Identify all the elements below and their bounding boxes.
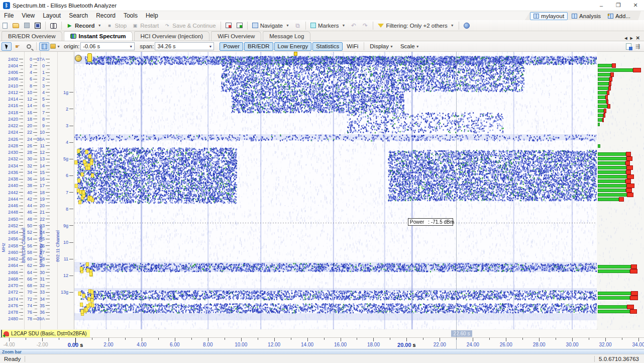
axis-tick (47, 296, 50, 296)
web-button[interactable] (461, 22, 472, 30)
time-tick (638, 338, 639, 341)
axis-tick (21, 276, 23, 276)
tab-scroll-left-icon[interactable]: ◂ (625, 35, 627, 41)
scale-menu-button[interactable]: Scale ▼ (397, 42, 422, 51)
axis-caption-wifi: 802.11 Channel (55, 230, 60, 262)
axis-tick (46, 72, 50, 73)
axis-tick (21, 135, 23, 136)
span-dropdown-icon: ▼ (207, 43, 213, 50)
tab-wifi-overview[interactable]: WiFi Overview (211, 31, 261, 41)
grid-view-1-button[interactable] (223, 22, 234, 29)
save-button[interactable] (22, 22, 32, 29)
axis-tick (47, 289, 50, 289)
fill-style-button[interactable]: ▼ (50, 42, 60, 51)
navigate-button[interactable]: Navigate ▼ (250, 22, 292, 30)
time-label: 12.00 (268, 342, 280, 347)
pan-tool-button[interactable]: ☛ (13, 42, 23, 51)
axis-tick (47, 309, 50, 309)
flag-marker-icon[interactable] (294, 52, 297, 56)
spectrum-canvas[interactable] (74, 52, 597, 329)
axis-tick (46, 99, 50, 100)
axis-tick (69, 126, 73, 126)
axis-tick (46, 206, 50, 206)
le-channel-label: 7 (28, 110, 45, 115)
filtering-button[interactable]: Filtering: Only +2 others ▼ (375, 22, 456, 30)
menu-layout[interactable]: Layout (39, 12, 65, 20)
select-tool-button[interactable] (2, 42, 12, 51)
antenna-icon[interactable]: ⇶ (635, 43, 640, 50)
axis-tick (46, 112, 50, 113)
axis-tick (46, 92, 50, 93)
save-icon (24, 23, 30, 28)
zoom-tool-button[interactable] (24, 42, 34, 51)
prev-marker-button[interactable]: ↶ (348, 21, 359, 30)
axis-tick (46, 239, 50, 239)
time-label: 24.00 (467, 342, 479, 347)
axis-tick (35, 142, 37, 143)
menu-help[interactable]: Help (142, 12, 162, 20)
selected-event-label[interactable]: L2CAP SDU (Basic, Dst=0x2BFA) (1, 330, 90, 337)
layout-tab-analysis[interactable]: Analysis (569, 13, 604, 20)
menu-record[interactable]: Record (92, 12, 120, 20)
axis-tick (21, 302, 23, 303)
record-button[interactable]: ▶ Record ▼ (64, 21, 104, 30)
markers-button[interactable]: Markers ▼ (308, 22, 348, 30)
menu-view[interactable]: View (18, 12, 39, 20)
tab-message-log[interactable]: Message Log (263, 31, 310, 41)
toggle-wifi[interactable]: WiFi (344, 42, 361, 51)
toggle-low-energy[interactable]: Low Energy (274, 42, 312, 51)
axis-tick (47, 182, 50, 183)
toggle-br-edr[interactable]: BR/EDR (244, 42, 273, 51)
goto-button[interactable]: ⧉ (292, 21, 303, 30)
menu-tools[interactable]: Tools (120, 12, 142, 20)
tab-instant-spectrum[interactable]: Instant Spectrum (64, 31, 133, 41)
minimize-button[interactable]: – (593, 1, 610, 11)
export-icon[interactable] (626, 43, 631, 50)
axis-tick (46, 139, 50, 139)
tab-hci-overview-injection-[interactable]: HCI Overview (Injection) (134, 31, 210, 41)
axis-tick (46, 126, 50, 126)
spectrum-plot[interactable]: Power : -71.5 dBm (74, 52, 597, 329)
axis-tick (46, 119, 50, 119)
axis-tick (35, 155, 37, 156)
menu-file[interactable]: File (0, 12, 18, 20)
save-continue-button[interactable]: ↷ Save & Continue (161, 21, 218, 30)
find-button[interactable] (48, 22, 59, 29)
toggle-power[interactable]: Power (220, 42, 243, 51)
tab-close-icon[interactable]: ✕ (636, 35, 640, 41)
columns-view-button[interactable] (39, 42, 49, 51)
layout-tab-add[interactable]: ✦Add... (605, 13, 633, 20)
close-button[interactable]: ✕ (627, 1, 644, 11)
open-file-button[interactable] (10, 22, 22, 29)
axis-tick (47, 89, 50, 89)
restore-button[interactable]: ❐ (610, 1, 627, 11)
axis-tick (46, 299, 50, 299)
tab-br-edr-overview[interactable]: BR/EDR Overview (2, 31, 62, 41)
power-tooltip: Power : -71.5 dBm (408, 218, 453, 226)
axis-tick (46, 85, 50, 86)
menu-search[interactable]: Search (65, 12, 92, 20)
status-version: 5.0.6710.36763 (599, 356, 644, 362)
axis-tick (46, 65, 50, 66)
layout-tab-mylayout[interactable]: mylayout (530, 12, 568, 20)
grid-view-2-button[interactable] (234, 22, 245, 29)
tab-scroll-right-icon[interactable]: ▸ (630, 35, 633, 41)
tab-label: HCI Overview (Injection) (141, 33, 203, 39)
stop-button[interactable]: ■ Stop (104, 21, 130, 30)
axis-tick (21, 175, 23, 176)
origin-combo[interactable]: -0.06 s ▼ (80, 42, 135, 50)
le-channel-label: 9 (28, 123, 45, 128)
span-combo[interactable]: 34.26 s ▼ (155, 42, 214, 50)
axis-tick (35, 169, 37, 169)
packet-marker-icon[interactable] (75, 55, 82, 62)
zoom-bar[interactable]: Zoom bar (0, 349, 644, 354)
axis-tick (35, 289, 37, 289)
le-channel-label: 38A (28, 137, 45, 142)
event-marker-icon[interactable] (87, 53, 92, 62)
new-file-button[interactable] (0, 22, 10, 30)
restart-button[interactable]: ▣ Restart (129, 21, 161, 30)
next-marker-button[interactable]: ↷ (359, 21, 371, 30)
display-menu-button[interactable]: Display ▼ (367, 42, 396, 51)
device-button[interactable] (32, 22, 43, 30)
toggle-statistics[interactable]: Statistics (312, 42, 343, 51)
